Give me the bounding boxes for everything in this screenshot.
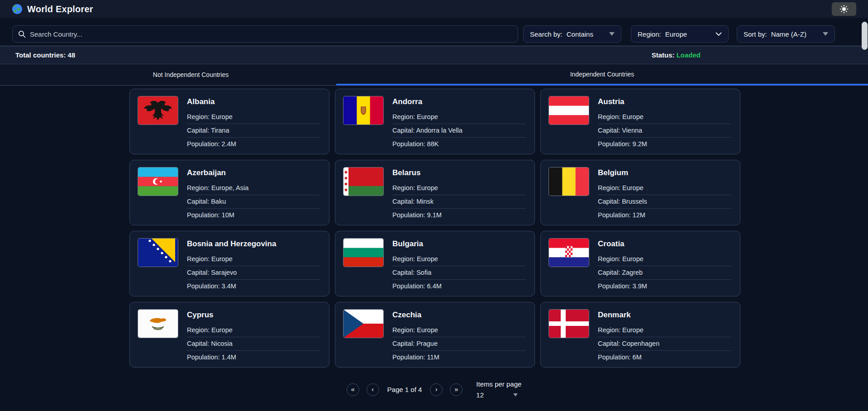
country-population: Population: 10M [187,209,320,222]
country-population: Population: 1.4M [187,351,320,364]
country-name: Czechia [392,311,525,320]
search-by-label: Search by: [530,30,563,38]
search-box[interactable] [12,25,518,43]
flag-icon [549,239,589,267]
country-name: Denmark [598,311,731,320]
flag-icon [138,310,178,338]
region-value: Europe [665,30,687,38]
tab-independent[interactable]: Independent Countries [336,64,868,86]
search-input[interactable] [30,30,512,38]
country-region: Region: Europe [598,182,731,195]
country-grid: Albania Region: Europe Capital: Tirana P… [129,89,739,368]
country-region: Region: Europe [187,324,320,337]
page-indicator: Page 1 of 4 [386,386,423,393]
country-region: Region: Europe [187,110,320,124]
country-card[interactable]: Belarus Region: Europe Capital: Minsk Po… [335,160,535,225]
country-name: Belgium [598,168,731,177]
country-population: Population: 11M [392,351,525,364]
sort-by-value: Name (A-Z) [771,30,806,38]
pagination: « ‹ Page 1 of 4 › » Items per page 12 [0,380,868,399]
items-per-page-select[interactable]: 12 [476,391,518,399]
country-name: Cyprus [187,311,320,320]
country-region: Region: Europe [392,324,525,337]
country-capital: Capital: Sofia [392,266,525,280]
flag-icon [138,239,178,267]
status-badge: Loaded [677,51,701,59]
country-population: Population: 12M [598,209,731,222]
tab-not-independent[interactable]: Not Independent Countries [0,64,336,86]
country-card[interactable]: Andorra Region: Europe Capital: Andorra … [335,89,535,154]
country-capital: Capital: Brussels [598,195,731,209]
status-bar: Total countries: 48 Status: Loaded [0,46,868,64]
region-label: Region: [638,30,661,38]
country-region: Region: Europe [392,182,525,195]
country-name: Bosnia and Herzegovina [187,239,320,249]
country-name: Andorra [392,97,525,106]
first-page-button[interactable]: « [347,383,359,396]
country-capital: Capital: Nicosia [187,337,320,351]
country-population: Population: 2.4M [187,138,320,151]
country-capital: Capital: Andorra la Vella [392,124,525,138]
country-population: Population: 3.4M [187,280,320,293]
globe-icon [12,4,23,14]
vertical-scrollbar-thumb[interactable] [862,22,868,50]
caret-down-filled-icon [513,393,518,397]
last-page-button[interactable]: » [450,383,463,396]
country-population: Population: 6.4M [392,280,525,293]
country-capital: Capital: Copenhagen [598,337,731,351]
country-region: Region: Europe [598,253,731,266]
flag-icon [343,167,383,196]
search-by-dropdown[interactable]: Search by: Contains [523,25,621,43]
country-card[interactable]: Croatia Region: Europe Capital: Zagreb P… [540,231,740,296]
country-capital: Capital: Sarajevo [187,266,320,280]
next-page-button[interactable]: › [430,383,443,396]
country-card[interactable]: Cyprus Region: Europe Capital: Nicosia P… [129,302,329,368]
caret-down-filled-icon [823,32,828,36]
region-dropdown[interactable]: Region: Europe [631,25,729,43]
caret-down-filled-icon [609,32,615,36]
sort-by-label: Sort by: [744,30,767,38]
country-card[interactable]: Bulgaria Region: Europe Capital: Sofia P… [335,231,535,296]
theme-toggle-button[interactable] [832,2,856,16]
items-per-page: Items per page 12 [476,380,521,399]
country-name: Austria [598,97,731,106]
country-region: Region: Europe [598,324,731,337]
country-card[interactable]: Bosnia and Herzegovina Region: Europe Ca… [129,231,329,296]
country-capital: Capital: Baku [187,195,320,209]
items-per-page-value: 12 [476,391,484,399]
country-region: Region: Europe [187,253,320,266]
country-card[interactable]: Belgium Region: Europe Capital: Brussels… [540,160,740,225]
country-card[interactable]: Azerbaijan Region: Europe, Asia Capital:… [129,160,329,225]
flag-icon [549,96,589,124]
status-label: Status: [652,51,675,59]
search-by-value: Contains [567,30,593,38]
total-countries: Total countries: 48 [15,51,75,59]
prev-page-button[interactable]: ‹ [367,383,379,396]
country-capital: Capital: Vienna [598,124,731,138]
country-capital: Capital: Prague [392,337,525,351]
country-name: Belarus [392,168,525,177]
search-icon [18,30,26,38]
country-region: Region: Europe [598,110,731,124]
country-population: Population: 3.9M [598,280,731,293]
country-population: Population: 9.2M [598,138,731,151]
country-name: Bulgaria [392,239,525,249]
country-card[interactable]: Denmark Region: Europe Capital: Copenhag… [540,302,740,368]
controls-row: Search by: Contains Region: Europe Sort … [0,18,868,43]
flag-icon [549,310,589,338]
flag-icon [138,96,178,124]
flag-icon [343,310,383,338]
app-header: World Explorer [0,0,868,18]
country-region: Region: Europe, Asia [187,182,320,195]
sort-by-dropdown[interactable]: Sort by: Name (A-Z) [737,25,835,43]
country-population: Population: 88K [392,138,525,151]
country-name: Azerbaijan [187,168,320,177]
country-capital: Capital: Minsk [392,195,525,209]
country-card[interactable]: Albania Region: Europe Capital: Tirana P… [129,89,329,154]
total-countries-value: 48 [68,51,76,59]
country-card[interactable]: Austria Region: Europe Capital: Vienna P… [540,89,740,154]
load-status: Status: Loaded [652,51,701,59]
country-population: Population: 9.1M [392,209,525,222]
country-card[interactable]: Czechia Region: Europe Capital: Prague P… [335,302,535,368]
total-countries-label: Total countries: [15,51,66,59]
